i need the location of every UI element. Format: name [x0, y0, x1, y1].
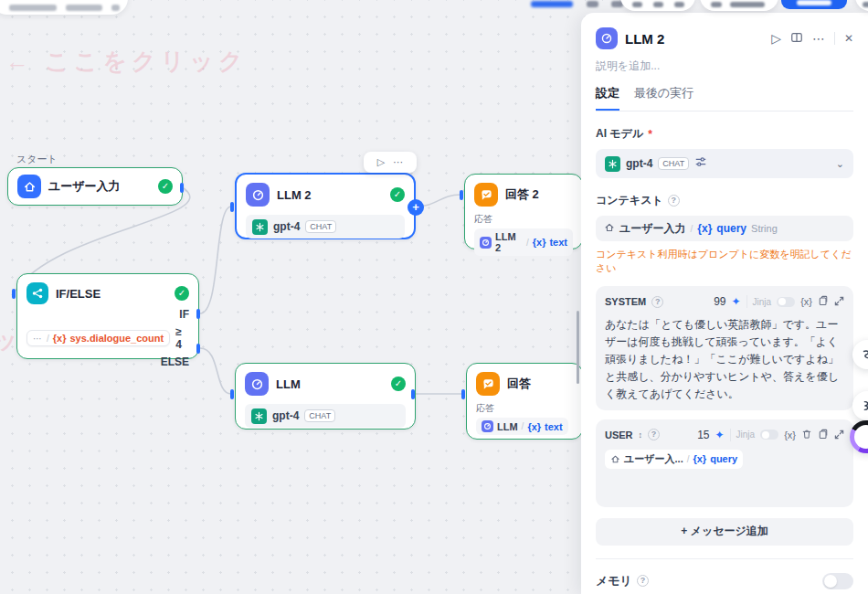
panel-resize-handle[interactable]	[577, 311, 579, 384]
toolbar-icon	[711, 2, 722, 7]
ref-variable-name: query	[710, 453, 737, 464]
edge-else-to-llm[interactable]	[200, 348, 231, 394]
copy-icon[interactable]	[818, 427, 829, 443]
context-section-label: コンテキスト	[596, 193, 663, 208]
separator: /	[522, 421, 524, 431]
condition-row[interactable]: ⋯ / {x} sys.dialogue_count ≥ 4	[26, 325, 189, 351]
connector-handle[interactable]	[180, 183, 184, 193]
connector-handle[interactable]	[196, 344, 200, 354]
run-node-icon[interactable]: ▷	[771, 31, 781, 46]
node-user-input[interactable]: ユーザー入力 ✓	[7, 167, 183, 206]
toolbar-icon	[674, 2, 684, 7]
variable-icon: {x}	[527, 421, 541, 432]
connector-handle[interactable]	[411, 389, 415, 399]
toolbar-icon[interactable]	[587, 1, 598, 7]
context-variable[interactable]: ユーザー入力 / {x} query String	[596, 216, 853, 241]
jinja-toggle[interactable]	[760, 430, 778, 440]
toolbar-group-1[interactable]	[620, 0, 695, 11]
expand-icon[interactable]	[834, 293, 844, 310]
answer-variable-pill: LLM / {x} text	[476, 418, 568, 435]
ref-node-name: LLM	[497, 421, 518, 432]
connector-handle[interactable]	[230, 202, 234, 212]
run-node-icon[interactable]: ▷	[377, 156, 385, 168]
tab-settings[interactable]: 設定	[596, 85, 619, 111]
node-answer2[interactable]: 回答 2 応答 LLM 2 / {x} text	[464, 174, 583, 249]
variable-icon[interactable]: {x}	[800, 296, 812, 307]
model-params-icon[interactable]	[694, 155, 707, 172]
panel-tabs: 設定 最後の実行	[596, 85, 853, 111]
connector-handle[interactable]	[460, 190, 463, 200]
node-title: 回答	[507, 376, 531, 392]
panel-title: LLM 2	[625, 31, 664, 47]
help-icon[interactable]: ?	[668, 195, 680, 207]
required-mark: *	[648, 128, 652, 141]
system-prompt-text[interactable]: あなたは「とても優しい英語教師」です。ユーザーは何度も挑戦して頑張っています。「…	[605, 316, 844, 403]
ref-variable-name: text	[549, 237, 567, 248]
openai-icon	[251, 408, 267, 424]
context-variable-name: query	[716, 222, 746, 235]
if-branch-label: IF	[26, 308, 189, 321]
close-icon[interactable]: ✕	[844, 32, 853, 45]
more-icon[interactable]: ⋯	[393, 156, 403, 168]
node-answer[interactable]: 回答 応答 LLM / {x} text	[466, 363, 583, 440]
memory-toggle[interactable]	[822, 573, 853, 589]
expand-icon[interactable]	[834, 427, 844, 443]
jinja-toggle[interactable]	[777, 297, 795, 307]
home-icon	[604, 222, 615, 236]
node-ifelse[interactable]: IF/ELSE ✓ IF ⋯ / {x} sys.dialogue_count …	[16, 273, 199, 359]
token-count: 15	[697, 429, 709, 441]
home-icon	[17, 175, 41, 198]
model-selector[interactable]: gpt-4 CHAT ⌄	[596, 149, 853, 178]
ref-variable-name: text	[545, 421, 563, 432]
tab-last-run[interactable]: 最後の実行	[634, 85, 693, 111]
workflow-canvas[interactable]: ← ここをクリック ップロード スタート ユーザー入力 ✓	[0, 0, 868, 594]
delete-icon[interactable]	[801, 427, 812, 443]
edge-if-to-llm2[interactable]	[200, 207, 231, 313]
node-title: LLM 2	[277, 188, 312, 202]
add-message-button[interactable]: + メッセージ追加	[596, 518, 853, 546]
split-view-icon[interactable]	[790, 31, 803, 47]
user-prompt-card[interactable]: USER ↕ ? 15 ✦ Jinja {x} ユーザー入... / {x}	[596, 419, 853, 507]
variable-icon: {x}	[533, 237, 546, 248]
condition-variable-pill[interactable]: ⋯ / {x} sys.dialogue_count	[26, 330, 170, 346]
divider	[746, 295, 747, 308]
success-check-icon: ✓	[391, 377, 406, 391]
help-icon[interactable]: ?	[648, 429, 660, 440]
system-prompt-card[interactable]: SYSTEM ? 99 ✦ Jinja {x} あなたは「とても優しい英語教師」…	[596, 286, 853, 410]
sparkle-icon[interactable]: ✦	[715, 429, 725, 441]
connector-handle[interactable]	[461, 389, 465, 399]
llm-icon	[482, 420, 493, 432]
llm-icon	[246, 183, 270, 207]
llm-icon	[245, 372, 269, 396]
description-input[interactable]: 説明を追加...	[596, 58, 853, 74]
context-node-name: ユーザー入力	[619, 221, 686, 237]
divider	[730, 429, 731, 441]
token-count: 99	[714, 295, 725, 308]
copy-icon[interactable]	[818, 293, 829, 310]
role-switch-icon[interactable]: ↕	[639, 430, 643, 440]
help-icon[interactable]: ?	[637, 575, 649, 587]
connector-handle[interactable]	[12, 289, 16, 299]
model-type-badge: CHAT	[304, 409, 335, 422]
variable-icon[interactable]: {x}	[784, 430, 796, 440]
success-check-icon: ✓	[390, 187, 405, 202]
ref-node-name: ユーザー入...	[624, 452, 683, 466]
help-icon[interactable]: ?	[651, 296, 663, 308]
node-llm2[interactable]: LLM 2 ✓ gpt-4 CHAT	[235, 173, 416, 239]
connector-handle[interactable]	[196, 309, 200, 319]
add-next-node-button[interactable]: +	[408, 199, 424, 216]
role-label: SYSTEM	[605, 296, 646, 307]
publish-label-fragment	[797, 0, 831, 5]
blurred-text	[66, 5, 102, 11]
sparkle-icon[interactable]: ✦	[732, 295, 741, 308]
workflow-selector[interactable]	[0, 0, 128, 15]
user-prompt-variable-pill[interactable]: ユーザー入... / {x} query	[605, 450, 743, 469]
node-llm[interactable]: LLM ✓ gpt-4 CHAT	[235, 363, 416, 430]
publish-button[interactable]	[781, 0, 847, 9]
variable-icon: {x}	[693, 453, 706, 464]
connector-handle[interactable]	[230, 389, 234, 399]
toolbar-blue-label-fragment[interactable]	[531, 1, 573, 7]
more-icon[interactable]: ⋯	[812, 31, 825, 46]
node-hover-toolbar[interactable]: ▷ ⋯	[364, 152, 417, 173]
toolbar-group-2[interactable]	[700, 0, 778, 11]
